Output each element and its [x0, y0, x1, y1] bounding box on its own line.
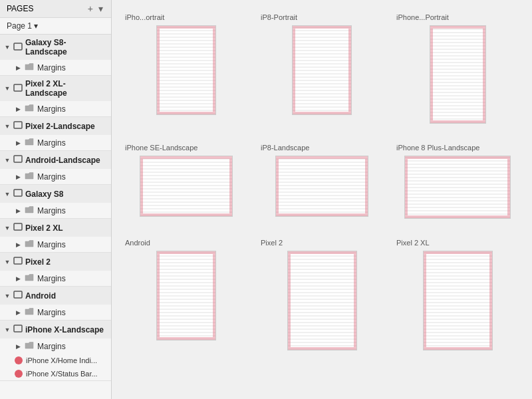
margins-folder-item[interactable]: ▶Margins — [0, 101, 111, 116]
folder-icon — [25, 341, 34, 351]
svg-rect-6 — [14, 257, 22, 264]
margins-label: Margins — [37, 104, 66, 114]
section-header-pixel-2-xl-landscape[interactable]: ▼Pixel 2 XL-Landscape — [0, 76, 111, 101]
canvas-frame[interactable] — [156, 251, 216, 340]
folder-icon — [25, 239, 34, 249]
canvas-item: iPhone SE-Landscape — [125, 144, 247, 219]
component-icon — [15, 356, 23, 364]
margins-folder-item[interactable]: ▶Margins — [0, 169, 111, 184]
section-label-android: Android — [25, 291, 107, 301]
sidebar-section-galaxy-s8: ▼Galaxy S8▶Margins — [0, 185, 111, 219]
section-header-iphone-x-landscape[interactable]: ▼iPhone X-Landscape — [0, 321, 111, 338]
sidebar-section-pixel-2-landscape: ▼Pixel 2-Landscape▶Margins — [0, 117, 111, 151]
section-header-android-landscape[interactable]: ▼Android-Landscape — [0, 151, 111, 169]
canvas-frame[interactable] — [287, 251, 357, 350]
canvas-frame[interactable] — [275, 156, 368, 217]
svg-rect-8 — [14, 325, 22, 332]
frame-content — [424, 251, 492, 350]
canvas-item: iPho...ortrait — [125, 13, 247, 124]
sidebar: PAGES + ▾ Page 1 ▾ ▼Galaxy S8-Landscape▶… — [0, 0, 112, 399]
chevron-right-icon: ▶ — [15, 343, 21, 350]
chevron-down-icon: ▼ — [4, 191, 11, 198]
margins-folder-item[interactable]: ▶Margins — [0, 237, 111, 252]
canvas-grid: iPho...ortraitiP8-PortraitiPhone...Portr… — [125, 13, 519, 350]
frame-content — [140, 156, 232, 216]
section-header-pixel-2-landscape[interactable]: ▼Pixel 2-Landscape — [0, 117, 111, 135]
margins-label: Margins — [37, 308, 66, 317]
margins-folder-item[interactable]: ▶Margins — [0, 203, 111, 218]
sidebar-section-pixel-2-xl-landscape: ▼Pixel 2 XL-Landscape▶Margins — [0, 76, 111, 117]
chevron-right-icon: ▶ — [15, 140, 21, 146]
canvas-frame[interactable] — [404, 156, 511, 219]
canvas-item-label: iPho...ortrait — [125, 13, 247, 21]
device-icon — [13, 290, 23, 301]
device-icon — [13, 83, 23, 94]
canvas-item: Android — [125, 239, 247, 350]
device-icon — [13, 222, 23, 233]
margins-folder-item[interactable]: ▶Margins — [0, 271, 111, 286]
chevron-down-icon: ▼ — [4, 259, 11, 265]
margins-folder-item[interactable]: ▶Margins — [0, 60, 111, 75]
page-selector[interactable]: Page 1 ▾ — [0, 18, 111, 35]
sidebar-section-iphone-x-landscape: ▼iPhone X-Landscape▶MarginsiPhone X/Home… — [0, 321, 111, 381]
section-header-pixel-2-xl[interactable]: ▼Pixel 2 XL — [0, 219, 111, 237]
chevron-down-icon: ▼ — [4, 225, 11, 231]
svg-rect-4 — [14, 190, 22, 196]
margins-label: Margins — [37, 63, 66, 72]
canvas-frame[interactable] — [140, 156, 233, 217]
component-sub-item[interactable]: iPhone X/Home Indi... — [0, 354, 111, 367]
device-icon — [13, 324, 23, 335]
expand-pages-button[interactable]: ▾ — [97, 4, 104, 13]
margins-folder-item[interactable]: ▶Margins — [0, 135, 111, 150]
canvas-item-label: Pixel 2 XL — [396, 239, 519, 247]
margins-folder-item[interactable]: ▶Margins — [0, 338, 111, 354]
chevron-right-icon: ▶ — [15, 106, 21, 112]
canvas-frame[interactable] — [156, 25, 216, 115]
device-icon — [13, 42, 23, 53]
chevron-down-icon: ▼ — [4, 123, 11, 130]
canvas-item: iP8-Landscape — [261, 144, 383, 219]
canvas-item: Pixel 2 — [261, 239, 383, 350]
svg-rect-1 — [14, 84, 22, 91]
frame-content — [288, 251, 356, 350]
add-page-button[interactable]: + — [86, 4, 94, 13]
section-header-galaxy-s8[interactable]: ▼Galaxy S8 — [0, 185, 111, 203]
chevron-down-icon: ▼ — [4, 293, 11, 299]
sidebar-section-pixel-2-xl: ▼Pixel 2 XL▶Margins — [0, 219, 111, 253]
frame-content — [157, 251, 215, 340]
margins-folder-item[interactable]: ▶Margins — [0, 305, 111, 320]
frame-content — [430, 26, 485, 123]
frame-content — [276, 156, 368, 216]
component-sub-item[interactable]: iPhone X/Status Bar... — [0, 367, 111, 380]
folder-icon — [25, 104, 34, 114]
folder-icon — [25, 273, 34, 283]
chevron-right-icon: ▶ — [15, 65, 21, 71]
section-header-pixel-2[interactable]: ▼Pixel 2 — [0, 253, 111, 271]
section-label-pixel-2-xl: Pixel 2 XL — [25, 223, 107, 233]
device-icon — [13, 120, 23, 132]
section-header-android[interactable]: ▼Android — [0, 287, 111, 305]
section-header-galaxy-s8-landscape[interactable]: ▼Galaxy S8-Landscape — [0, 35, 111, 60]
canvas-frame[interactable] — [292, 25, 352, 115]
canvas-item-label: iPhone SE-Landscape — [125, 144, 247, 152]
folder-icon — [25, 63, 34, 72]
component-label: iPhone X/Home Indi... — [26, 356, 97, 364]
section-label-pixel-2-landscape: Pixel 2-Landscape — [25, 122, 107, 131]
chevron-right-icon: ▶ — [15, 174, 21, 180]
page-selector-chevron: ▾ — [34, 21, 38, 31]
margins-label: Margins — [37, 206, 66, 215]
device-icon — [13, 188, 23, 200]
canvas-frame[interactable] — [423, 251, 493, 350]
folder-icon — [25, 307, 34, 317]
canvas-frame[interactable] — [430, 25, 486, 124]
section-label-galaxy-s8-landscape: Galaxy S8-Landscape — [25, 38, 107, 57]
section-label-pixel-2: Pixel 2 — [25, 257, 107, 267]
frame-content — [157, 26, 215, 114]
sidebar-section-galaxy-s8-landscape: ▼Galaxy S8-Landscape▶Margins — [0, 35, 111, 76]
section-label-pixel-2-xl-landscape: Pixel 2 XL-Landscape — [25, 79, 107, 98]
frame-content — [293, 26, 351, 114]
canvas-item: Pixel 2 XL — [396, 239, 519, 350]
svg-rect-2 — [14, 122, 22, 128]
canvas-item-label: Android — [125, 239, 247, 247]
main-canvas: iPho...ortraitiP8-PortraitiPhone...Portr… — [112, 0, 532, 399]
